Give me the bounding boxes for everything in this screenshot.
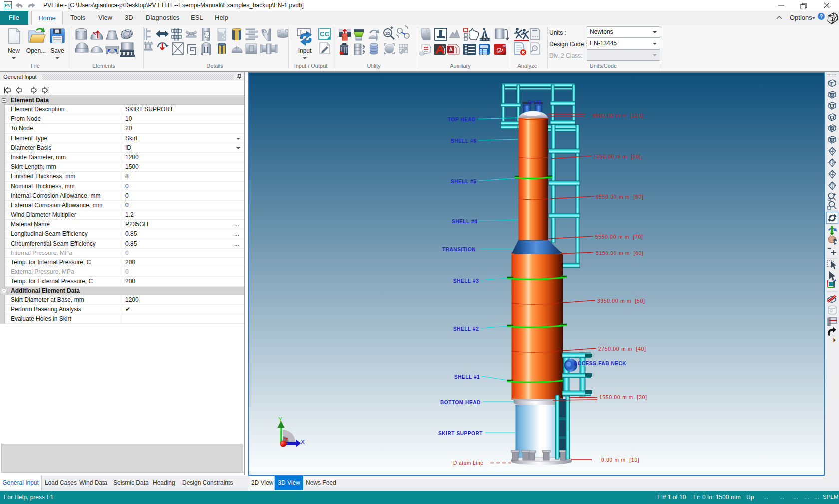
- svg-text:❋: ❋: [339, 50, 344, 56]
- svg-text:X: X: [301, 439, 305, 446]
- svg-text:2D: 2D: [385, 31, 390, 36]
- svg-text:SHELL #2: SHELL #2: [453, 326, 479, 332]
- svg-text:5150.00 m m [60]: 5150.00 m m [60]: [596, 251, 644, 256]
- svg-text:?: ?: [820, 14, 823, 19]
- svg-text:OH #2: OH #2: [528, 99, 541, 104]
- svg-text:∷: ∷: [282, 32, 284, 36]
- svg-text:3D: 3D: [503, 45, 507, 48]
- svg-text:SHELL #3: SHELL #3: [453, 278, 479, 284]
- svg-text:SKIRT SUPPORT: SKIRT SUPPORT: [438, 431, 483, 436]
- svg-text:2750.00 m m [40]: 2750.00 m m [40]: [598, 346, 646, 352]
- svg-text:TOP HEAD: TOP HEAD: [448, 117, 476, 122]
- svg-text:5550.00 m m [70]: 5550.00 m m [70]: [595, 234, 643, 240]
- svg-text:8600.00 m m [110]: 8600.00 m m [110]: [593, 113, 644, 118]
- svg-text:SHELL #4: SHELL #4: [452, 219, 477, 224]
- svg-text:D atum Line: D atum Line: [453, 460, 484, 466]
- svg-text:A: A: [449, 47, 452, 52]
- svg-text:Y: Y: [278, 416, 282, 423]
- svg-text:CC: CC: [320, 30, 329, 38]
- svg-text:SHELL #5: SHELL #5: [451, 179, 476, 184]
- svg-text:7550.00 m m [90]: 7550.00 m m [90]: [593, 154, 641, 159]
- svg-text:TRANSITION: TRANSITION: [442, 247, 476, 252]
- svg-text:1550.00 m m [30]: 1550.00 m m [30]: [599, 395, 647, 400]
- svg-text:0.00 m m [10]: 0.00 m m [10]: [601, 457, 640, 463]
- svg-text:3950.00 m m [50]: 3950.00 m m [50]: [597, 298, 645, 304]
- svg-text:SHELL #6: SHELL #6: [451, 138, 476, 144]
- svg-text:ACCESS-FAB NECK: ACCESS-FAB NECK: [574, 361, 626, 366]
- svg-text:SHELL #1: SHELL #1: [454, 374, 480, 380]
- svg-text:6550.00 m m [80]: 6550.00 m m [80]: [596, 194, 644, 200]
- svg-text:BOTTOM HEAD: BOTTOM HEAD: [440, 400, 481, 405]
